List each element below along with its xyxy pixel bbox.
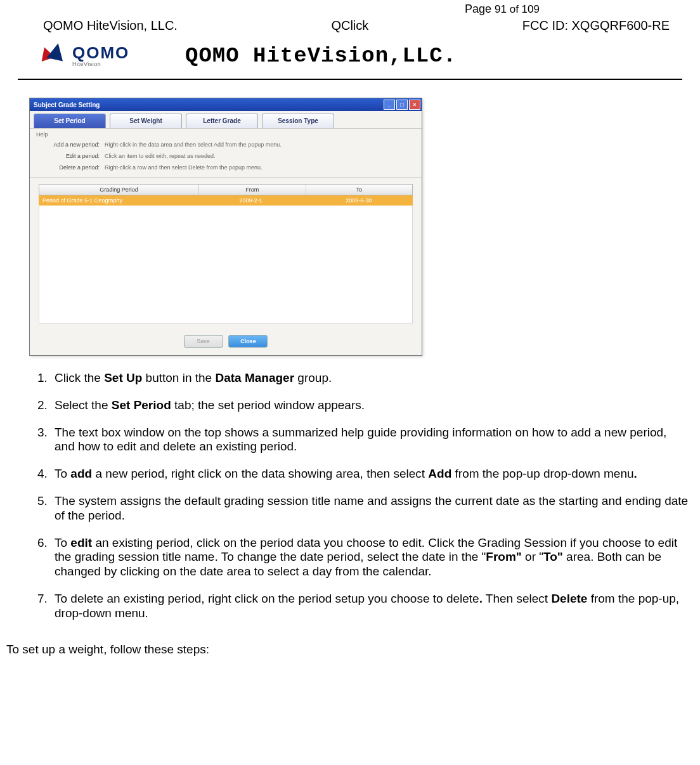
grid-header: Grading Period From To bbox=[39, 184, 413, 195]
cell-from[interactable]: 2009-2-1 bbox=[197, 195, 304, 206]
help-desc-delete: Right-click a row and then select Delete… bbox=[105, 164, 262, 171]
page-number: Page 91 of 109 bbox=[309, 3, 695, 16]
header-divider bbox=[18, 79, 682, 80]
closing-line: To set up a weight, follow these steps: bbox=[5, 643, 695, 657]
col-from[interactable]: From bbox=[199, 185, 306, 195]
help-label-edit: Edit a period: bbox=[36, 153, 105, 159]
tab-letter-grade[interactable]: Letter Grade bbox=[186, 114, 258, 128]
product-name: QClick bbox=[331, 18, 368, 33]
step-5: The system assigns the default grading s… bbox=[51, 494, 689, 523]
help-desc-add: Right-click in the data area and then se… bbox=[105, 141, 282, 148]
fcc-id: FCC ID: XQGQRF600-RE bbox=[522, 18, 670, 33]
step-4: To add a new period, right click on the … bbox=[51, 467, 689, 481]
window-titlebar[interactable]: Subject Grade Setting _ □ × bbox=[30, 98, 422, 111]
step-6: To edit an existing period, click on the… bbox=[51, 536, 689, 579]
step-1: Click the Set Up button in the Data Mana… bbox=[51, 371, 689, 386]
logo-mark-icon bbox=[39, 43, 68, 69]
close-icon[interactable]: × bbox=[409, 100, 420, 110]
table-row[interactable]: Period of Grade 5-1 Geography 2009-2-1 2… bbox=[39, 195, 413, 206]
tab-set-period[interactable]: Set Period bbox=[34, 114, 106, 128]
help-panel: Add a new period: Right-click in the dat… bbox=[30, 138, 422, 178]
brand-title: QOMO HiteVision,LLC. bbox=[185, 44, 457, 68]
close-button[interactable]: Close bbox=[228, 335, 268, 348]
tab-session-type[interactable]: Session Type bbox=[262, 114, 334, 128]
help-desc-edit: Click an item to edit with, repeat as ne… bbox=[105, 153, 216, 159]
col-grading-period[interactable]: Grading Period bbox=[39, 185, 199, 195]
step-3: The text box window on the top shows a s… bbox=[51, 426, 689, 455]
maximize-icon[interactable]: □ bbox=[396, 100, 408, 110]
instruction-steps: Click the Set Up button in the Data Mana… bbox=[29, 371, 689, 621]
col-to[interactable]: To bbox=[306, 185, 412, 195]
window-title: Subject Grade Setting bbox=[34, 101, 100, 108]
step-2: Select the Set Period tab; the set perio… bbox=[51, 398, 689, 413]
cell-to[interactable]: 2009-6-30 bbox=[305, 195, 413, 206]
tab-row: Set Period Set Weight Letter Grade Sessi… bbox=[30, 111, 422, 129]
subject-grade-setting-window: Subject Grade Setting _ □ × Set Period S… bbox=[29, 98, 422, 356]
grid-body[interactable] bbox=[39, 206, 413, 324]
cell-period-name[interactable]: Period of Grade 5-1 Geography bbox=[39, 195, 197, 206]
help-label-add: Add a new period: bbox=[36, 141, 105, 148]
company-name: QOMO HiteVision, LLC. bbox=[43, 18, 178, 33]
qomo-logo: QOMO HiteVision bbox=[39, 38, 160, 74]
step-7: To delete an existing period, right clic… bbox=[51, 592, 689, 621]
minimize-icon[interactable]: _ bbox=[384, 100, 395, 110]
help-title: Help bbox=[30, 129, 422, 138]
save-button: Save bbox=[184, 335, 223, 348]
help-label-delete: Delete a period: bbox=[36, 164, 105, 171]
tab-set-weight[interactable]: Set Weight bbox=[110, 114, 182, 128]
